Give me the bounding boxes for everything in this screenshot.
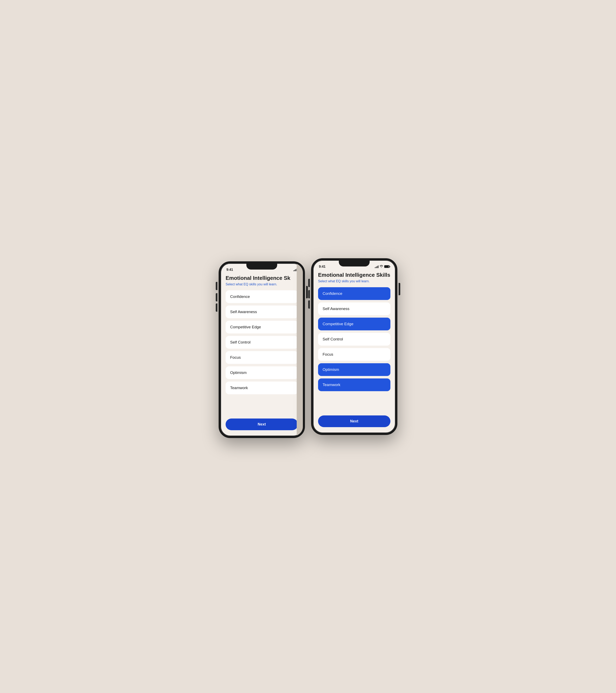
status-icons-right xyxy=(375,265,390,268)
phone-left-wrapper: 9:41 Emotional Intelligence Sk Select w xyxy=(219,261,305,438)
skill-focus-left[interactable]: Focus xyxy=(225,351,298,364)
skill-confidence-right[interactable]: Confidence xyxy=(318,287,391,300)
skill-focus-right[interactable]: Focus xyxy=(318,348,391,361)
battery-icon-right xyxy=(384,265,390,268)
notch-right xyxy=(339,260,370,266)
screen-content-right: Emotional Intelligence Skills Select wha… xyxy=(313,270,395,432)
next-button-right[interactable]: Next xyxy=(318,415,391,427)
clip-overlay xyxy=(297,263,303,436)
skill-teamwork-right[interactable]: Teamwork xyxy=(318,378,391,391)
skill-competitive-edge-right[interactable]: Competitive Edge xyxy=(318,318,391,330)
skill-competitive-edge-left[interactable]: Competitive Edge xyxy=(225,321,298,334)
skill-self-awareness-left[interactable]: Self Awareness xyxy=(225,305,298,318)
skill-optimism-right[interactable]: Optimism xyxy=(318,363,391,376)
phone-right: 9:41 xyxy=(311,258,397,435)
page-subtitle-right: Select what EQ skills you will learn. xyxy=(318,279,391,283)
page-subtitle-left: Select what EQ skills you will learn. xyxy=(225,282,298,286)
skill-self-control-right[interactable]: Self Control xyxy=(318,333,391,345)
page-title-left: Emotional Intelligence Sk xyxy=(225,275,298,281)
time-left: 9:41 xyxy=(226,268,233,272)
skills-list-right: Confidence Self Awareness Competitive Ed… xyxy=(318,287,391,412)
wifi-icon-right xyxy=(380,265,383,268)
time-right: 9:41 xyxy=(319,265,325,269)
skill-optimism-left[interactable]: Optimism xyxy=(225,366,298,379)
skill-confidence-left[interactable]: Confidence xyxy=(225,290,298,303)
screen-content-left: Emotional Intelligence Sk Select what EQ… xyxy=(221,273,303,435)
skill-self-awareness-right[interactable]: Self Awareness xyxy=(318,302,391,315)
phone-right-wrapper: 9:41 xyxy=(311,258,397,435)
notch-left xyxy=(246,263,277,270)
next-button-left[interactable]: Next xyxy=(225,418,298,430)
phone-left: 9:41 Emotional Intelligence Sk Select w xyxy=(219,261,305,438)
phones-container: 9:41 Emotional Intelligence Sk Select w xyxy=(219,255,397,438)
skills-list-left: Confidence Self Awareness Competitive Ed… xyxy=(225,290,298,415)
skill-self-control-left[interactable]: Self Control xyxy=(225,336,298,349)
page-title-right: Emotional Intelligence Skills xyxy=(318,272,391,278)
signal-icon-right xyxy=(375,265,378,268)
skill-teamwork-left[interactable]: Teamwork xyxy=(225,381,298,394)
